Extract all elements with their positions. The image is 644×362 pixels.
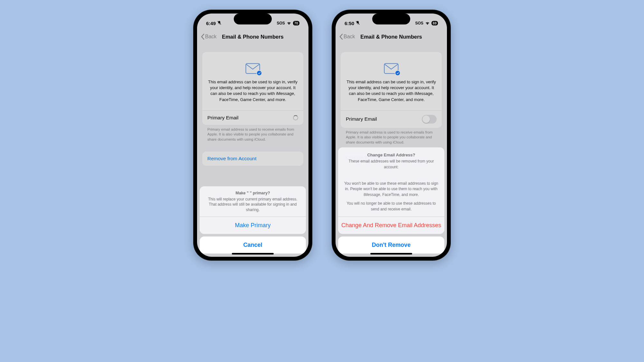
- dont-remove-button[interactable]: Don't Remove: [338, 237, 444, 254]
- dynamic-island: [372, 14, 410, 24]
- action-sheet: Make " " primary? This will replace your…: [200, 186, 306, 234]
- sheet-message: This will replace your current primary e…: [205, 197, 300, 213]
- home-indicator[interactable]: [232, 253, 274, 255]
- phone-frame-left: 6:49 SOS 70 Back Email & Phone Numbers: [193, 10, 312, 261]
- alert: Change Email Address? These email addres…: [338, 147, 444, 234]
- alert-message-1: These email addresses will be removed fr…: [344, 159, 439, 170]
- sheet-title: Make " " primary?: [205, 191, 300, 195]
- action-sheet-container: Make " " primary? This will replace your…: [197, 14, 308, 257]
- alert-message-2: You won't be able to use these email add…: [344, 181, 439, 198]
- phone-frame-right: 6:50 SOS 69 Back Email & Phone Numbers: [332, 10, 451, 261]
- redacted-emails: [344, 173, 439, 178]
- dynamic-island: [234, 14, 272, 24]
- change-and-remove-button[interactable]: Change And Remove Email Addresses: [338, 217, 444, 234]
- screen: 6:50 SOS 69 Back Email & Phone Numbers: [336, 14, 447, 257]
- cancel-button[interactable]: Cancel: [200, 237, 306, 254]
- make-primary-button[interactable]: Make Primary: [200, 217, 306, 234]
- alert-title: Change Email Address?: [344, 153, 439, 157]
- home-indicator[interactable]: [370, 253, 412, 255]
- alert-message-3: You will no longer be able to use these …: [344, 201, 439, 212]
- screen: 6:49 SOS 70 Back Email & Phone Numbers: [197, 14, 308, 257]
- alert-container: Change Email Address? These email addres…: [336, 14, 447, 257]
